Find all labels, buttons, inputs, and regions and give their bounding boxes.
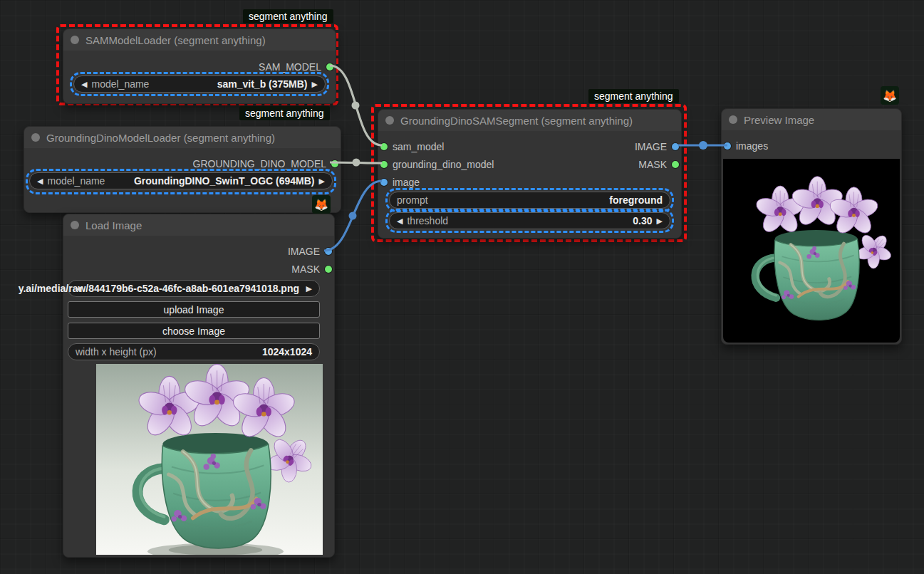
node-title: SAMModelLoader (segment anything) <box>85 34 266 46</box>
group-badge: segment anything <box>239 106 330 120</box>
output-dot-icon[interactable] <box>325 248 332 255</box>
input-label: grounding_dino_model <box>393 159 494 170</box>
orchid-mug-photo <box>96 364 323 555</box>
choose-image-button[interactable]: choose Image <box>68 323 320 339</box>
link-midpoint-dot <box>699 141 707 150</box>
widget-label: threshold <box>407 215 448 226</box>
output-dot-icon[interactable] <box>326 63 333 71</box>
combo-prev-icon[interactable]: ◀ <box>81 80 87 88</box>
widget-highlight: ◀ threshold 0.30 ▶ <box>385 209 674 233</box>
output-label: MASK <box>638 159 667 170</box>
collapse-dot[interactable] <box>729 115 737 124</box>
input-dot-icon[interactable] <box>380 179 388 186</box>
fox-badge: 🦊 <box>881 86 899 105</box>
output-slot-mask[interactable]: MASK <box>638 159 679 170</box>
input-slot-images[interactable]: images <box>724 140 768 152</box>
fox-icon: 🦊 <box>883 89 897 103</box>
input-slot-grounding-dino-model[interactable]: grounding_dino_model <box>380 159 494 170</box>
node-load-image[interactable]: Load Image IMAGE MASK y.ai/media/raw/844… <box>63 214 335 558</box>
output-slot-grounding-dino-model[interactable]: GROUNDING_DINO_MODEL <box>193 158 338 169</box>
output-label: SAM_MODEL <box>259 61 321 73</box>
combo-next-icon[interactable]: ▶ <box>306 285 312 293</box>
combo-prev-icon[interactable]: ◀ <box>37 177 43 185</box>
node-graph-canvas[interactable]: segment anything SAMModelLoader (segment… <box>0 0 924 574</box>
widget-label: model_name <box>47 175 105 187</box>
node-title-bar: GroundingDinoModelLoader (segment anythi… <box>24 127 341 148</box>
collapse-dot[interactable] <box>31 133 40 142</box>
node-title: Preview Image <box>744 114 814 126</box>
output-slot-mask[interactable]: MASK <box>291 263 332 275</box>
node-title: Load Image <box>85 219 142 231</box>
fox-badge: 🦊 <box>312 195 331 214</box>
collapse-dot[interactable] <box>71 221 79 229</box>
combo-next-icon[interactable]: ▶ <box>319 177 325 185</box>
node-title-bar: Preview Image <box>722 109 901 130</box>
node-title-bar: SAMModelLoader (segment anything) <box>63 29 336 51</box>
segmented-image-preview <box>723 159 900 343</box>
collapse-dot[interactable] <box>71 36 79 44</box>
widget-label: width x height (px) <box>76 346 157 358</box>
widget-label: model_name <box>91 78 149 90</box>
input-label: image <box>393 177 420 188</box>
node-grounding-dino-sam-segment[interactable]: GroundingDinoSAMSegment (segment anythin… <box>378 109 682 239</box>
input-label: sam_model <box>393 141 444 152</box>
link-midpoint-dot <box>349 212 357 220</box>
model-name-combo[interactable]: ◀ model_name sam_vit_b (375MB) ▶ <box>73 75 326 93</box>
orchid-mug-segmented <box>723 159 900 343</box>
output-slot-sam-model[interactable]: SAM_MODEL <box>259 61 333 73</box>
prompt-text-widget[interactable]: prompt foreground <box>389 192 670 209</box>
output-dot-icon[interactable] <box>672 143 679 150</box>
group-badge: segment anything <box>588 89 679 103</box>
widget-value: foreground <box>609 194 663 206</box>
output-slot-image[interactable]: IMAGE <box>635 141 679 152</box>
model-name-combo[interactable]: ◀ model_name GroundingDINO_SwinT_OGC (69… <box>29 172 333 189</box>
input-slot-sam-model[interactable]: sam_model <box>380 141 444 152</box>
collapse-dot[interactable] <box>385 116 394 125</box>
input-dot-icon[interactable] <box>380 161 388 168</box>
size-widget[interactable]: width x height (px) 1024x1024 <box>68 343 320 360</box>
widget-highlight: ◀ model_name GroundingDINO_SwinT_OGC (69… <box>26 169 336 194</box>
node-title-bar: GroundingDinoSAMSegment (segment anythin… <box>378 110 681 131</box>
input-dot-icon[interactable] <box>380 143 388 150</box>
filename-value: y.ai/media/raw/844179b6-c52a-46fc-a8ab-6… <box>19 283 299 294</box>
node-sam-model-loader[interactable]: SAMModelLoader (segment anything) SAM_MO… <box>63 28 336 104</box>
output-dot-icon[interactable] <box>672 161 679 168</box>
decrement-icon[interactable]: ◀ <box>397 217 403 225</box>
node-title: GroundingDinoSAMSegment (segment anythin… <box>400 115 633 127</box>
node-title: GroundingDinoModelLoader (segment anythi… <box>46 132 275 144</box>
link-midpoint-dot <box>353 159 360 167</box>
fox-icon: 🦊 <box>314 198 328 212</box>
input-slot-image[interactable]: image <box>380 177 420 188</box>
output-label: GROUNDING_DINO_MODEL <box>193 158 326 169</box>
widget-value: GroundingDINO_SwinT_OGC (694MB) <box>134 175 315 187</box>
combo-prev-icon[interactable]: ◀ <box>76 285 81 293</box>
widget-value: 0.30 <box>633 215 652 226</box>
output-slot-image[interactable]: IMAGE <box>288 246 332 257</box>
widget-label: prompt <box>397 194 428 206</box>
output-dot-icon[interactable] <box>331 160 338 167</box>
node-preview-image[interactable]: Preview Image images <box>721 108 902 345</box>
input-label: images <box>736 140 768 152</box>
combo-next-icon[interactable]: ▶ <box>312 80 318 88</box>
output-label: IMAGE <box>288 246 320 257</box>
widget-value: sam_vit_b (375MB) <box>217 78 308 90</box>
output-label: MASK <box>291 263 320 275</box>
increment-icon[interactable]: ▶ <box>657 217 663 225</box>
widget-value: 1024x1024 <box>262 346 312 358</box>
node-title-bar: Load Image <box>63 214 334 236</box>
threshold-number-widget[interactable]: ◀ threshold 0.30 ▶ <box>389 212 670 229</box>
link-midpoint-dot <box>352 102 360 110</box>
output-label: IMAGE <box>635 141 667 152</box>
group-badge: segment anything <box>243 9 333 24</box>
upload-image-button[interactable]: upload Image <box>68 301 320 318</box>
output-dot-icon[interactable] <box>325 266 332 273</box>
widget-highlight: ◀ model_name sam_vit_b (375MB) ▶ <box>70 72 329 96</box>
loaded-image-preview <box>96 364 323 555</box>
image-filename-combo[interactable]: y.ai/media/raw/844179b6-c52a-46fc-a8ab-6… <box>68 280 320 297</box>
node-grounding-dino-model-loader[interactable]: GroundingDinoModelLoader (segment anythi… <box>24 126 341 213</box>
input-dot-icon[interactable] <box>724 142 731 150</box>
